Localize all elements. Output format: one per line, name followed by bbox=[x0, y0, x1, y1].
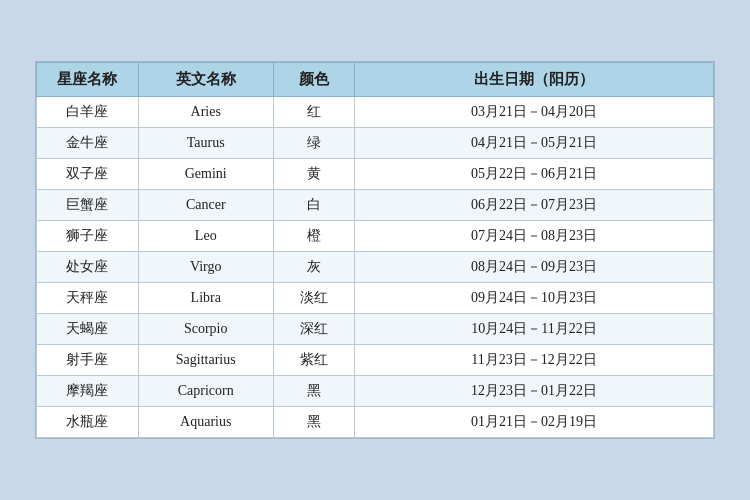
cell-date: 04月21日－05月21日 bbox=[355, 128, 714, 159]
cell-color: 红 bbox=[273, 97, 354, 128]
cell-date: 08月24日－09月23日 bbox=[355, 252, 714, 283]
cell-date: 12月23日－01月22日 bbox=[355, 376, 714, 407]
table-row: 天蝎座Scorpio深红10月24日－11月22日 bbox=[37, 314, 714, 345]
cell-zh: 狮子座 bbox=[37, 221, 139, 252]
cell-en: Gemini bbox=[138, 159, 273, 190]
cell-zh: 白羊座 bbox=[37, 97, 139, 128]
cell-en: Virgo bbox=[138, 252, 273, 283]
cell-en: Libra bbox=[138, 283, 273, 314]
cell-color: 黄 bbox=[273, 159, 354, 190]
zodiac-table: 星座名称 英文名称 颜色 出生日期（阳历） 白羊座Aries红03月21日－04… bbox=[35, 61, 715, 439]
cell-date: 05月22日－06月21日 bbox=[355, 159, 714, 190]
table-header-row: 星座名称 英文名称 颜色 出生日期（阳历） bbox=[37, 63, 714, 97]
cell-en: Sagittarius bbox=[138, 345, 273, 376]
cell-en: Scorpio bbox=[138, 314, 273, 345]
cell-en: Aries bbox=[138, 97, 273, 128]
header-zh: 星座名称 bbox=[37, 63, 139, 97]
table-row: 金牛座Taurus绿04月21日－05月21日 bbox=[37, 128, 714, 159]
header-date: 出生日期（阳历） bbox=[355, 63, 714, 97]
cell-color: 黑 bbox=[273, 376, 354, 407]
cell-zh: 射手座 bbox=[37, 345, 139, 376]
cell-color: 绿 bbox=[273, 128, 354, 159]
table-row: 双子座Gemini黄05月22日－06月21日 bbox=[37, 159, 714, 190]
cell-date: 11月23日－12月22日 bbox=[355, 345, 714, 376]
cell-zh: 水瓶座 bbox=[37, 407, 139, 438]
cell-date: 03月21日－04月20日 bbox=[355, 97, 714, 128]
cell-date: 10月24日－11月22日 bbox=[355, 314, 714, 345]
cell-color: 淡红 bbox=[273, 283, 354, 314]
cell-zh: 巨蟹座 bbox=[37, 190, 139, 221]
cell-zh: 双子座 bbox=[37, 159, 139, 190]
cell-date: 09月24日－10月23日 bbox=[355, 283, 714, 314]
table-row: 巨蟹座Cancer白06月22日－07月23日 bbox=[37, 190, 714, 221]
cell-date: 01月21日－02月19日 bbox=[355, 407, 714, 438]
cell-color: 深红 bbox=[273, 314, 354, 345]
header-en: 英文名称 bbox=[138, 63, 273, 97]
cell-color: 黑 bbox=[273, 407, 354, 438]
cell-zh: 处女座 bbox=[37, 252, 139, 283]
table-row: 射手座Sagittarius紫红11月23日－12月22日 bbox=[37, 345, 714, 376]
cell-zh: 天秤座 bbox=[37, 283, 139, 314]
cell-zh: 摩羯座 bbox=[37, 376, 139, 407]
table-row: 白羊座Aries红03月21日－04月20日 bbox=[37, 97, 714, 128]
table-row: 摩羯座Capricorn黑12月23日－01月22日 bbox=[37, 376, 714, 407]
header-color: 颜色 bbox=[273, 63, 354, 97]
cell-en: Capricorn bbox=[138, 376, 273, 407]
table-row: 处女座Virgo灰08月24日－09月23日 bbox=[37, 252, 714, 283]
table-row: 天秤座Libra淡红09月24日－10月23日 bbox=[37, 283, 714, 314]
table-row: 水瓶座Aquarius黑01月21日－02月19日 bbox=[37, 407, 714, 438]
cell-en: Leo bbox=[138, 221, 273, 252]
cell-date: 07月24日－08月23日 bbox=[355, 221, 714, 252]
table-row: 狮子座Leo橙07月24日－08月23日 bbox=[37, 221, 714, 252]
cell-en: Taurus bbox=[138, 128, 273, 159]
cell-date: 06月22日－07月23日 bbox=[355, 190, 714, 221]
cell-color: 橙 bbox=[273, 221, 354, 252]
cell-color: 紫红 bbox=[273, 345, 354, 376]
cell-zh: 金牛座 bbox=[37, 128, 139, 159]
cell-color: 白 bbox=[273, 190, 354, 221]
cell-color: 灰 bbox=[273, 252, 354, 283]
cell-zh: 天蝎座 bbox=[37, 314, 139, 345]
cell-en: Cancer bbox=[138, 190, 273, 221]
cell-en: Aquarius bbox=[138, 407, 273, 438]
